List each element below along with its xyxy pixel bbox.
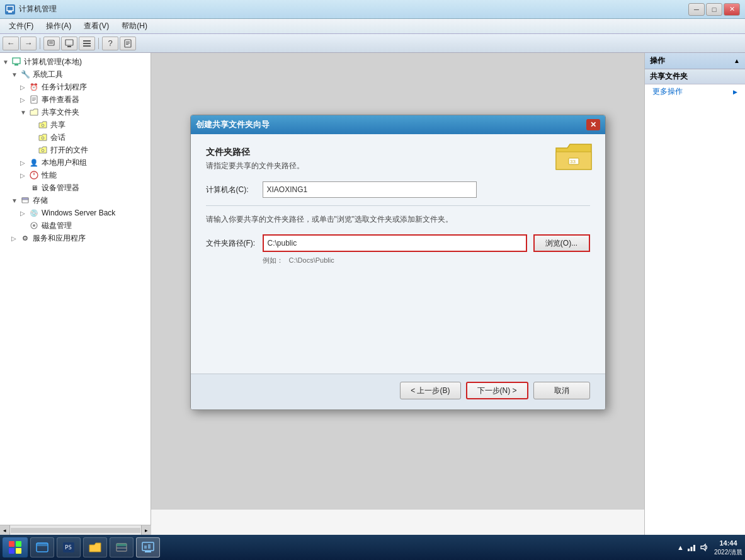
icon-event-viewer	[29, 94, 39, 105]
taskbar: PS ▲	[0, 535, 745, 560]
tree-item-performance[interactable]: ▷ 性能	[0, 169, 151, 181]
folder-path-input[interactable]	[263, 234, 527, 252]
tray-up-arrow[interactable]: ▲	[677, 544, 684, 551]
maximize-button[interactable]: □	[706, 3, 722, 16]
svg-rect-36	[37, 543, 48, 546]
minimize-button[interactable]: ─	[688, 3, 705, 16]
label-storage: 存储	[33, 195, 48, 206]
horizontal-scrollbar[interactable]: ◂ ▸	[0, 525, 151, 535]
ops-more-item[interactable]: 更多操作 ▶	[645, 84, 745, 99]
menu-file[interactable]: 文件(F)	[3, 19, 40, 33]
close-button[interactable]: ✕	[724, 3, 740, 16]
svg-rect-31	[9, 541, 14, 547]
icon-device-mgr: 🖥	[29, 183, 39, 193]
svg-rect-11	[126, 42, 130, 42]
expand-event-viewer: ▷	[20, 96, 29, 103]
menu-help[interactable]: 帮助(H)	[115, 19, 154, 33]
tree-item-local-users[interactable]: ▷ 👤 本地用户和组	[0, 156, 151, 169]
tree-item-services[interactable]: ▷ ⚙ 服务和应用程序	[0, 232, 151, 244]
window-title: 计算机管理	[19, 4, 57, 14]
svg-text:PS: PS	[65, 544, 72, 551]
scroll-left-btn[interactable]: ◂	[0, 525, 10, 535]
start-button[interactable]	[3, 537, 28, 557]
taskbar-app-files[interactable]	[83, 537, 107, 557]
icon-wsb: 💿	[29, 208, 39, 218]
svg-rect-8	[83, 43, 91, 44]
svg-rect-9	[83, 45, 91, 47]
svg-rect-33	[9, 548, 14, 554]
back-button[interactable]: ←	[3, 37, 19, 50]
computer-name-input[interactable]	[263, 181, 477, 198]
tree-item-open-files[interactable]: 打开的文件	[0, 144, 151, 156]
browse-button[interactable]: 浏览(O)...	[533, 234, 590, 252]
ops-more-arrow: ▶	[733, 89, 737, 95]
ops-title: 操作	[650, 55, 665, 66]
tree-item-root[interactable]: ▼ 计算机管理(本地)	[0, 55, 151, 68]
forward-button[interactable]: →	[20, 37, 37, 50]
tree-item-shares[interactable]: 共享	[0, 118, 151, 131]
expand-device-mgr	[20, 185, 29, 191]
svg-rect-15	[14, 64, 18, 66]
folder-icon: 33	[555, 140, 593, 178]
scroll-right-btn[interactable]: ▸	[141, 525, 151, 535]
tree-item-storage[interactable]: ▼ 存储	[0, 194, 151, 207]
tree-item-disk-mgmt[interactable]: 磁盘管理	[0, 219, 151, 232]
taskbar-app-powershell[interactable]: PS	[57, 537, 81, 557]
tree-expand-root: ▼	[3, 59, 11, 66]
expand-disk-mgmt	[20, 222, 29, 229]
tree-item-device-mgr[interactable]: 🖥 设备管理器	[0, 181, 151, 194]
label-sessions: 会话	[50, 132, 65, 143]
taskbar-right: ▲ 14:44 2022/清晨	[677, 539, 742, 556]
dialog-close-button[interactable]: ✕	[586, 119, 600, 130]
expand-services: ▷	[11, 235, 20, 242]
example-label: 例如：	[263, 256, 283, 264]
ops-more-label: 更多操作	[652, 86, 683, 97]
svg-rect-34	[16, 548, 21, 554]
tree-item-task-scheduler[interactable]: ▷ ⏰ 任务计划程序	[0, 81, 151, 93]
cancel-button[interactable]: 取消	[533, 382, 590, 399]
icon-system-tools: 🔧	[20, 69, 30, 79]
help-button[interactable]: ?	[102, 37, 118, 50]
computer-name-row: 计算机名(C):	[206, 181, 590, 198]
menu-bar: 文件(F) 操作(A) 查看(V) 帮助(H)	[0, 19, 745, 34]
svg-rect-4	[49, 43, 53, 43]
menu-action[interactable]: 操作(A)	[40, 19, 77, 33]
refresh-button[interactable]	[43, 37, 60, 50]
icon-open-files	[38, 145, 48, 155]
ops-panel: 操作 ▲ 共享文件夹 更多操作 ▶	[644, 53, 745, 535]
tree-item-shared-folders[interactable]: ▼ 共享文件夹	[0, 106, 151, 118]
svg-rect-0	[7, 6, 13, 11]
tree-item-event-viewer[interactable]: ▷ 事件查看器	[0, 93, 151, 106]
window-controls: ─ □ ✕	[688, 3, 740, 16]
path-row: 文件夹路径(F): 浏览(O)...	[206, 234, 590, 252]
svg-rect-41	[117, 547, 127, 549]
taskbar-app-server-manager[interactable]	[110, 537, 134, 557]
expand-shares	[29, 122, 38, 129]
dialog-section-header: 文件夹路径	[206, 147, 590, 158]
svg-rect-7	[83, 40, 91, 42]
network-icon	[686, 542, 697, 552]
expand-shared-folders: ▼	[20, 109, 29, 116]
menu-view[interactable]: 查看(V)	[77, 19, 115, 33]
list-button[interactable]	[79, 37, 95, 50]
svg-rect-18	[32, 99, 36, 100]
title-bar-left: 计算机管理	[5, 4, 57, 14]
ops-section-label: 共享文件夹	[650, 72, 688, 81]
tree-icon-root	[11, 57, 21, 67]
prev-button[interactable]: < 上一步(B)	[400, 382, 460, 399]
taskbar-app-compmgmt[interactable]	[136, 537, 160, 557]
taskbar-app-explorer[interactable]	[30, 537, 54, 557]
tree-item-wsb[interactable]: ▷ 💿 Windows Server Back	[0, 207, 151, 219]
system-tray: ▲	[677, 542, 709, 552]
tree-item-system-tools[interactable]: ▼ 🔧 系统工具	[0, 68, 151, 81]
computer-button[interactable]	[61, 37, 77, 50]
tree-item-sessions[interactable]: 会话	[0, 131, 151, 144]
toolbar: ← → ?	[0, 34, 745, 53]
label-event-viewer: 事件查看器	[42, 94, 79, 105]
example-row: 例如： C:\Docs\Public	[263, 256, 590, 265]
svg-rect-6	[67, 46, 71, 47]
export-button[interactable]	[120, 37, 136, 50]
svg-rect-5	[65, 40, 73, 45]
clock: 14:44 2022/清晨	[714, 539, 742, 556]
next-button[interactable]: 下一步(N) >	[466, 382, 528, 399]
